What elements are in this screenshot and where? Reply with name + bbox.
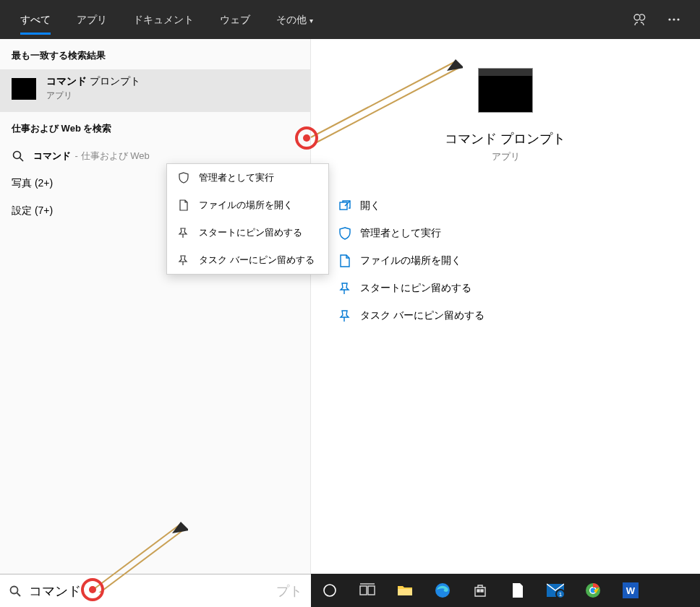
preview-title: コマンド プロンプト: [311, 130, 700, 147]
action-label: スタートにピン留めする: [360, 282, 471, 295]
ctx-label: 管理者として実行: [199, 171, 274, 184]
search-icon: [9, 585, 22, 598]
edge-button[interactable]: [424, 574, 461, 607]
action-label: タスク バーにピン留めする: [360, 309, 485, 322]
chevron-down-icon: ▾: [310, 17, 313, 25]
search-icon: [12, 150, 25, 163]
cmd-thumbnail-icon: [12, 78, 36, 100]
svg-point-1: [668, 18, 670, 20]
mail-button[interactable]: 1: [537, 574, 574, 607]
svg-point-17: [11, 586, 18, 593]
web-search-header: 仕事および Web を検索: [0, 112, 310, 142]
svg-point-19: [324, 585, 336, 596]
action-open-location[interactable]: ファイルの場所を開く: [327, 247, 700, 275]
feedback-icon[interactable]: [631, 11, 648, 28]
store-button[interactable]: [461, 574, 499, 607]
action-label: 管理者として実行: [360, 227, 441, 240]
best-match-subtitle: アプリ: [46, 90, 140, 102]
document-button[interactable]: [499, 574, 537, 607]
ctx-pin-taskbar[interactable]: タスク バーにピン留めする: [167, 246, 328, 274]
more-icon[interactable]: [665, 11, 683, 28]
preview-actions: 開く 管理者として実行 ファイルの場所を開く スタートにピン留めする タスク バ…: [311, 192, 700, 330]
svg-text:W: W: [626, 585, 636, 596]
pin-icon: [177, 226, 190, 239]
preview-subtitle: アプリ: [311, 150, 700, 163]
file-icon: [338, 254, 351, 267]
cmd-large-icon: [478, 68, 533, 113]
svg-rect-25: [477, 590, 479, 592]
ctx-open-location[interactable]: ファイルの場所を開く: [167, 191, 328, 219]
best-match-title: コマンド プロンプト: [46, 75, 140, 88]
file-explorer-button[interactable]: [386, 574, 424, 607]
context-menu: 管理者として実行 ファイルの場所を開く スタートにピン留めする タスク バーにピ…: [166, 163, 329, 275]
best-match-header: 最も一致する検索結果: [0, 39, 310, 69]
web-query-text: コマンド - 仕事および Web: [33, 150, 150, 163]
ctx-label: スタートにピン留めする: [199, 226, 302, 239]
taskbar-items: 1 W: [311, 574, 700, 607]
svg-point-2: [673, 18, 675, 20]
taskbar-search[interactable]: プト: [0, 574, 311, 607]
search-input[interactable]: [29, 583, 273, 598]
task-view-button[interactable]: [349, 574, 386, 607]
word-button[interactable]: W: [612, 574, 649, 607]
action-label: ファイルの場所を開く: [360, 254, 461, 267]
action-pin-taskbar[interactable]: タスク バーにピン留めする: [327, 302, 700, 330]
settings-label: 設定 (7+): [12, 205, 53, 218]
svg-rect-26: [481, 590, 483, 592]
search-header: すべて アプリ ドキュメント ウェブ その他▾: [0, 0, 700, 39]
taskbar: プト 1 W: [0, 574, 700, 607]
svg-rect-20: [360, 586, 367, 595]
ctx-label: ファイルの場所を開く: [199, 199, 293, 212]
search-results: 最も一致する検索結果 コマンド プロンプト アプリ 仕事および Web を検索 …: [0, 39, 700, 574]
svg-text:1: 1: [559, 591, 563, 598]
action-run-as-admin[interactable]: 管理者として実行: [327, 220, 700, 247]
best-match-item[interactable]: コマンド プロンプト アプリ: [0, 69, 310, 112]
action-open[interactable]: 開く: [327, 192, 700, 220]
action-pin-start[interactable]: スタートにピン留めする: [327, 275, 700, 302]
preview-header: コマンド プロンプト アプリ: [311, 68, 700, 163]
action-label: 開く: [360, 199, 380, 212]
tab-apps[interactable]: アプリ: [64, 0, 120, 39]
results-list: 最も一致する検索結果 コマンド プロンプト アプリ 仕事および Web を検索 …: [0, 39, 311, 574]
chrome-button[interactable]: [574, 574, 612, 607]
svg-rect-8: [340, 202, 347, 210]
svg-line-18: [17, 593, 21, 596]
svg-line-5: [20, 158, 24, 162]
file-icon: [177, 199, 190, 212]
shield-icon: [177, 171, 190, 184]
open-icon: [338, 199, 351, 212]
pin-icon: [338, 309, 351, 322]
preview-panel: コマンド プロンプト アプリ 開く 管理者として実行 ファイルの場所を開く スタ…: [311, 39, 700, 574]
svg-rect-21: [368, 586, 375, 595]
ctx-run-as-admin[interactable]: 管理者として実行: [167, 164, 328, 191]
svg-point-0: [634, 14, 640, 20]
ctx-pin-start[interactable]: スタートにピン留めする: [167, 219, 328, 246]
tab-all[interactable]: すべて: [7, 0, 64, 39]
ctx-label: タスク バーにピン留めする: [199, 254, 315, 267]
pin-icon: [177, 254, 190, 267]
tab-more[interactable]: その他▾: [263, 0, 326, 39]
tab-web[interactable]: ウェブ: [207, 0, 263, 39]
svg-rect-23: [398, 589, 412, 595]
shield-icon: [338, 227, 351, 240]
photos-label: 写真 (2+): [12, 177, 53, 190]
cortana-button[interactable]: [311, 574, 349, 607]
header-actions: [631, 11, 693, 28]
pin-icon: [338, 282, 351, 295]
tab-documents[interactable]: ドキュメント: [120, 0, 207, 39]
search-suffix-ghost: プト: [276, 582, 302, 600]
svg-point-3: [677, 18, 679, 20]
filter-tabs: すべて アプリ ドキュメント ウェブ その他▾: [7, 0, 326, 39]
svg-point-4: [14, 152, 21, 159]
